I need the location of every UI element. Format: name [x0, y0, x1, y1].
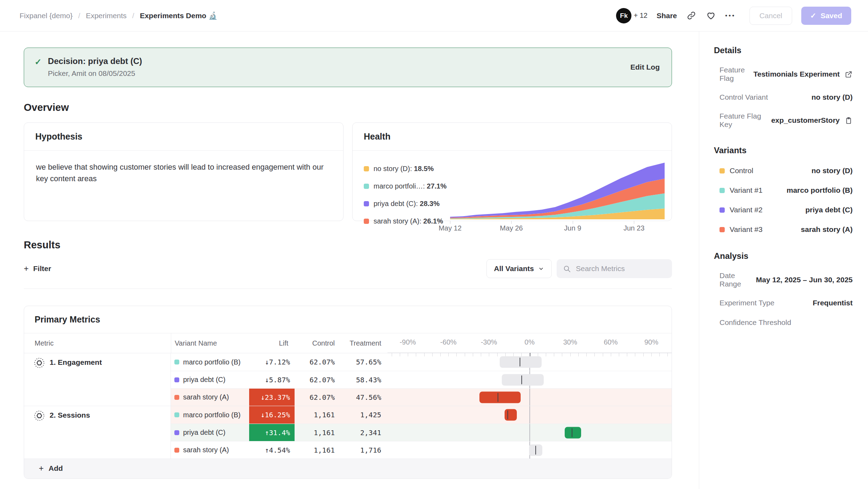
copy-icon[interactable] [845, 116, 853, 125]
breadcrumb-project[interactable]: Fixpanel {demo} [20, 12, 73, 20]
variant-name: priya debt (C) [183, 428, 225, 437]
treatment-value: 1,716 [341, 446, 388, 454]
analysis-heading: Analysis [714, 251, 853, 261]
details-value-text: no story (D) [811, 93, 853, 101]
hypothesis-card: Hypothesis we believe that showing custo… [24, 122, 343, 221]
edit-log-button[interactable]: Edit Log [630, 63, 660, 71]
variant-row: Variant #3sarah story (A) [714, 225, 853, 234]
variant-cell: priya debt (C) [171, 428, 249, 437]
legend-label: sarah story (A): 26.1% [374, 217, 443, 225]
confidence-interval-cell [388, 406, 672, 424]
avatar[interactable]: Fk [616, 8, 631, 23]
analysis-row: Experiment TypeFrequentist [714, 298, 853, 308]
metric-cell[interactable]: 2. Sessions [24, 406, 171, 459]
variant-name: sarah story (A) [183, 446, 229, 454]
legend-item: sarah story (A): 26.1% [364, 217, 450, 225]
table-row: sarah story (A)↓23.37%62.07%47.56% [171, 388, 672, 406]
scale-tick-label: -90% [400, 338, 416, 346]
variant-cell: sarah story (A) [171, 393, 249, 401]
variant-row: Controlno story (D) [714, 166, 853, 176]
scale-tick-label: 0% [525, 338, 535, 346]
analysis-value: Frequentist [813, 299, 853, 307]
treatment-value: 2,341 [341, 428, 388, 437]
lift-marker [572, 428, 572, 437]
details-sidebar: Details Feature FlagTestimonials Experim… [699, 31, 868, 489]
breadcrumb-separator: / [132, 12, 134, 20]
lift-marker [521, 375, 522, 384]
variant-label-text: Variant #2 [730, 206, 762, 214]
x-axis-label: May 12 [439, 224, 462, 232]
variant-label-text: Variant #1 [730, 186, 762, 194]
column-header-treatment: Treatment [341, 339, 388, 347]
hypothesis-text: we believe that showing customer stories… [24, 151, 343, 195]
metric-target-icon [34, 410, 45, 421]
details-value-text: Testimonials Experiment [753, 70, 840, 78]
cancel-button[interactable]: Cancel [750, 7, 792, 25]
metric-rows: marco portfolio (B)↓7.12%62.07%57.65%pri… [171, 353, 672, 406]
zero-line [529, 406, 530, 424]
add-filter-button[interactable]: + Filter [24, 264, 51, 274]
legend-swatch [364, 184, 369, 189]
table-row: priya debt (C)↑31.4%1,1612,341 [171, 424, 672, 441]
control-value: 62.07% [295, 358, 341, 366]
metric-name: 2. Sessions [50, 411, 90, 419]
add-metric-button[interactable]: + Add [24, 459, 672, 479]
scale-ruler [388, 353, 672, 353]
details-row: Feature FlagTestimonials Experiment [714, 66, 853, 83]
details-value: Testimonials Experiment [753, 70, 853, 78]
external-link-icon[interactable] [845, 70, 853, 78]
metric-cell[interactable]: 1. Engagement [24, 353, 171, 406]
variant-swatch [174, 412, 179, 417]
variant-cell: sarah story (A) [171, 446, 249, 454]
lift-value: ↑4.54% [249, 441, 295, 459]
control-value: 62.07% [295, 376, 341, 384]
variant-swatch [174, 377, 179, 382]
details-row: Control Variantno story (D) [714, 92, 853, 102]
confidence-interval-cell [388, 424, 672, 441]
table-row: marco portfolio (B)↓7.12%62.07%57.65% [171, 353, 672, 371]
top-header: Fixpanel {demo} / Experiments / Experime… [0, 0, 868, 31]
search-metrics-input[interactable] [576, 264, 666, 273]
variants-dropdown-label: All Variants [494, 264, 534, 273]
stacked-area-chart [450, 161, 665, 219]
metrics-table-body: 1. Engagementmarco portfolio (B)↓7.12%62… [24, 353, 672, 459]
variant-label: Control [719, 166, 753, 175]
share-button[interactable]: Share [657, 12, 677, 20]
analysis-row: Confidence Threshold [714, 318, 853, 327]
variant-label: Variant #2 [719, 206, 762, 214]
breadcrumb-separator: / [78, 12, 80, 20]
legend-swatch [364, 166, 369, 171]
details-value-text: exp_customerStory [771, 116, 840, 125]
analysis-label: Date Range [719, 271, 756, 288]
variant-row: Variant #1marco portfolio (B) [714, 185, 853, 195]
confidence-interval-bar [479, 391, 521, 403]
favorite-icon[interactable] [706, 10, 716, 21]
variant-swatch [719, 188, 725, 193]
lift-cell: ↑31.4% [249, 424, 295, 441]
primary-metrics-title: Primary Metrics [24, 306, 672, 333]
hypothesis-title: Hypothesis [24, 123, 343, 151]
variant-value: marco portfolio (B) [787, 186, 853, 194]
metric-rows: marco portfolio (B)↓16.25%1,1611,425priy… [171, 406, 672, 459]
variant-cell: marco portfolio (B) [171, 411, 249, 419]
lift-scale-axis: -90%-60%-30%0%30%60%90% [388, 333, 672, 353]
collaborators[interactable]: Fk + 12 [616, 8, 647, 23]
saved-button[interactable]: ✓ Saved [801, 7, 851, 25]
search-metrics-box[interactable] [557, 259, 672, 278]
more-options-icon[interactable]: ••• [725, 12, 736, 19]
copy-link-icon[interactable] [686, 10, 696, 21]
variants-dropdown[interactable]: All Variants [486, 259, 552, 278]
variant-swatch [174, 360, 179, 364]
overview-heading: Overview [24, 102, 672, 113]
confidence-interval-cell [388, 371, 672, 388]
metric-group: 1. Engagementmarco portfolio (B)↓7.12%62… [24, 353, 672, 406]
plus-icon: + [39, 463, 44, 473]
column-header-metric: Metric [24, 339, 171, 347]
variant-swatch [719, 207, 725, 213]
breadcrumb-experiments[interactable]: Experiments [86, 12, 127, 20]
legend-value: 26.1% [423, 217, 443, 225]
health-legend: no story (D): 18.5%marco portfoli…: 27.1… [364, 157, 450, 235]
variant-label-text: Variant #3 [730, 225, 762, 234]
collaborators-count[interactable]: + 12 [634, 12, 647, 20]
legend-swatch [364, 201, 369, 206]
